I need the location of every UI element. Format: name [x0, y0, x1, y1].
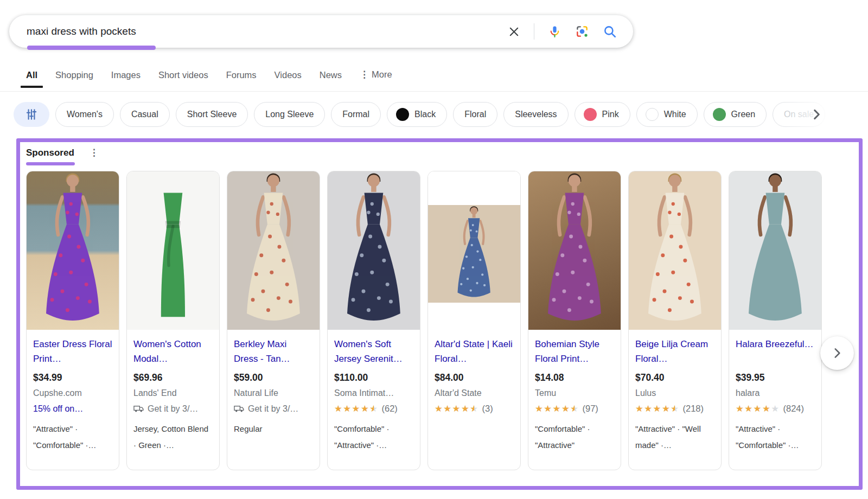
dress-illustration	[732, 171, 818, 330]
product-title[interactable]: Berkley Maxi Dress - Tan…	[234, 337, 313, 366]
product-photo	[629, 171, 721, 330]
tab-label: Videos	[275, 70, 302, 80]
truck-icon	[133, 405, 144, 413]
product-snippet: "Attractive" · "Comfortable" ·…	[33, 421, 112, 453]
google-lens-icon[interactable]	[575, 24, 589, 39]
voice-search-icon[interactable]	[548, 25, 561, 39]
tab-label: Short videos	[158, 70, 208, 80]
search-tab[interactable]: Shopping	[55, 70, 93, 88]
product-image[interactable]	[127, 171, 219, 330]
product-price: $69.96	[133, 372, 213, 383]
filter-chip[interactable]: Women's	[55, 102, 114, 127]
tab-label: Images	[111, 70, 141, 80]
sponsored-underline-annotation	[26, 162, 75, 165]
chips-scroll-right-icon[interactable]	[809, 107, 824, 123]
product-card: Halara Breezeful… $39.95 halara ★★★★★★★★…	[729, 171, 822, 470]
sponsored-section-annotation: Sponsored ⋮	[16, 138, 863, 490]
review-count: (824)	[783, 404, 804, 413]
chip-label: Casual	[131, 110, 158, 119]
search-tab[interactable]: Forums	[226, 70, 257, 88]
dress-illustration	[532, 171, 617, 330]
product-merchant: Lulus	[635, 388, 714, 398]
sponsored-label: Sponsored	[26, 148, 74, 158]
product-info-line: Get it by 3/…	[133, 403, 213, 414]
product-details: Women's Soft Jersey Serenit… $110.00 Som…	[328, 330, 420, 461]
result-tabs: All Shopping Images Short videos Forums …	[26, 69, 392, 88]
tab-label: Shopping	[55, 70, 93, 80]
product-image[interactable]	[328, 171, 420, 330]
color-swatch-icon	[646, 108, 659, 121]
filter-chip[interactable]: Green	[704, 102, 767, 127]
search-tab[interactable]: All	[26, 70, 37, 88]
product-image[interactable]	[729, 171, 821, 330]
filter-chip[interactable]: Formal	[331, 102, 381, 127]
product-image[interactable]	[227, 171, 320, 330]
product-info-line: Get it by 3/…	[234, 403, 313, 414]
product-price: $84.00	[435, 372, 514, 383]
product-photo	[127, 171, 219, 330]
product-title[interactable]: Women's Soft Jersey Serenit…	[334, 337, 413, 366]
product-image[interactable]	[428, 171, 520, 330]
product-image[interactable]	[27, 171, 119, 330]
stars-icon: ★★★★★★★★★★	[535, 404, 579, 413]
product-rating: ★★★★★★★★★★(3)	[435, 404, 493, 414]
color-swatch-icon	[713, 108, 726, 121]
clear-search-icon[interactable]	[508, 25, 520, 38]
search-tab[interactable]: ⋮More	[360, 69, 392, 88]
product-details: Halara Breezeful… $39.95 halara ★★★★★★★★…	[729, 330, 821, 461]
product-title[interactable]: Bohemian Style Floral Print…	[535, 337, 614, 366]
tune-icon	[24, 107, 39, 121]
tab-label: News	[320, 70, 342, 80]
chip-label: Black	[414, 110, 436, 119]
filter-chips-row: Women's Casual Short Sleeve Long Sleeve …	[14, 102, 854, 127]
product-offer-link[interactable]: 15% off on…	[33, 404, 83, 414]
product-price: $34.99	[33, 372, 112, 383]
product-details: Bohemian Style Floral Print… $14.08 Temu…	[528, 330, 621, 461]
product-price: $59.00	[234, 372, 313, 383]
search-tab[interactable]: News	[320, 70, 342, 88]
product-photo	[729, 171, 821, 330]
product-card: Women's Soft Jersey Serenit… $110.00 Som…	[327, 171, 420, 470]
filter-chip[interactable]: White	[636, 102, 698, 127]
search-tab[interactable]: Images	[111, 70, 141, 88]
product-title[interactable]: Easter Dress Floral Print…	[33, 337, 112, 366]
review-count: (62)	[381, 404, 397, 413]
product-card: Berkley Maxi Dress - Tan… $59.00 Natural…	[227, 171, 320, 470]
product-card: Easter Dress Floral Print… $34.99 Cupshe…	[26, 171, 119, 470]
product-delivery-text: Get it by 3/…	[248, 404, 298, 414]
product-image[interactable]	[528, 171, 621, 330]
search-input[interactable]	[9, 25, 508, 37]
search-tab[interactable]: Videos	[275, 70, 302, 88]
filter-chip[interactable]: Floral	[453, 102, 497, 127]
product-merchant: Altar'd State	[435, 388, 514, 398]
review-count: (97)	[582, 404, 598, 413]
search-tab[interactable]: Short videos	[158, 70, 208, 88]
product-photo	[528, 171, 621, 330]
product-details: Berkley Maxi Dress - Tan… $59.00 Natural…	[227, 330, 320, 445]
product-photo	[328, 171, 420, 330]
product-card: Bohemian Style Floral Print… $14.08 Temu…	[528, 171, 621, 470]
all-filters-button[interactable]	[14, 102, 49, 127]
chip-label: Pink	[602, 110, 619, 119]
dress-illustration	[130, 171, 216, 330]
product-title[interactable]: Women's Cotton Modal…	[133, 337, 213, 366]
filter-chip[interactable]: Short Sleeve	[176, 102, 248, 127]
filter-chip[interactable]: Long Sleeve	[254, 102, 325, 127]
product-title[interactable]: Altar'd State | Kaeli Floral…	[435, 337, 514, 366]
filter-chip[interactable]: Sleeveless	[503, 102, 568, 127]
product-title[interactable]: Beige Lilja Cream Floral…	[635, 337, 714, 366]
sponsored-menu-icon[interactable]: ⋮	[87, 147, 101, 158]
search-icon[interactable]	[603, 24, 617, 39]
product-title[interactable]: Halara Breezeful…	[736, 337, 815, 366]
dress-illustration	[632, 171, 718, 330]
product-row: Easter Dress Floral Print… $34.99 Cupshe…	[26, 171, 859, 470]
chip-label: Long Sleeve	[265, 110, 314, 119]
stars-icon: ★★★★★★★★★★	[334, 404, 378, 413]
product-image[interactable]	[629, 171, 721, 330]
filter-chip[interactable]: Pink	[575, 102, 630, 127]
filter-chip[interactable]: Casual	[120, 102, 170, 127]
carousel-next-button[interactable]	[820, 336, 854, 370]
search-divider	[534, 23, 534, 40]
product-merchant: Temu	[535, 388, 614, 398]
filter-chip[interactable]: Black	[387, 102, 447, 127]
